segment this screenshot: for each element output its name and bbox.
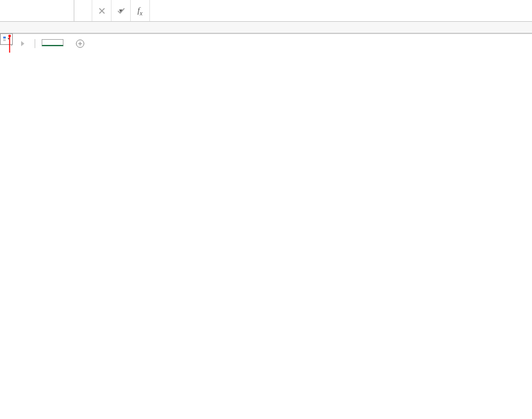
- add-sheet-button[interactable]: [72, 36, 88, 51]
- cancel-formula-button[interactable]: [92, 0, 112, 21]
- check-icon: [117, 7, 126, 15]
- x-icon: [98, 7, 106, 15]
- accept-formula-button[interactable]: [112, 0, 131, 21]
- insert-function-button[interactable]: fx: [131, 0, 150, 21]
- name-box-wrap: ▼: [0, 0, 74, 21]
- sheet-tab-bar: [0, 33, 532, 53]
- formula-bar: ▼ fx: [0, 0, 532, 22]
- tab-nav-next[interactable]: [18, 38, 28, 49]
- ribbon-collapse-area: [0, 22, 532, 33]
- svg-point-3: [8, 35, 11, 37]
- fx-icon: fx: [137, 5, 142, 17]
- tab-nav-separator: [35, 39, 35, 48]
- formula-bar-separator: [74, 0, 92, 21]
- sheet-tab[interactable]: [42, 39, 63, 46]
- plus-circle-icon: [76, 39, 85, 48]
- arrow-annotation: [0, 33, 19, 53]
- triangle-right-icon: [21, 40, 26, 47]
- formula-input[interactable]: [150, 0, 532, 21]
